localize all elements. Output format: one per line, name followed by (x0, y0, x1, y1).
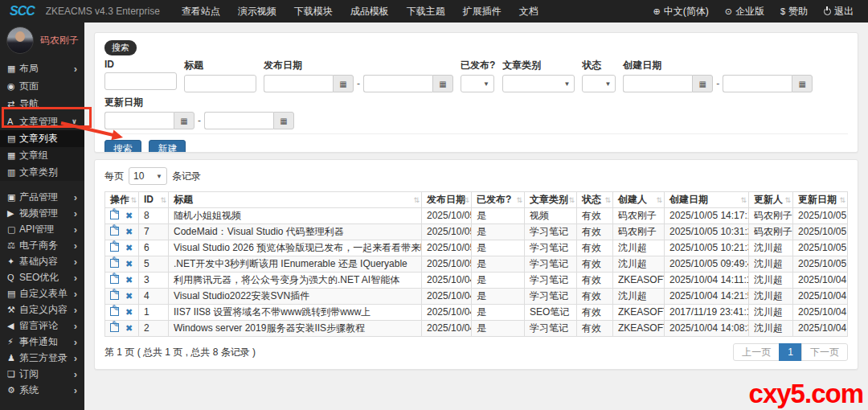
sidebar-item-video-management[interactable]: ▶视频管理› (0, 205, 84, 221)
edit-button[interactable] (110, 322, 119, 334)
id-input[interactable] (104, 72, 177, 90)
published-select[interactable]: ▼ (461, 75, 494, 92)
edit-button[interactable] (110, 242, 119, 253)
sidebar-item-article-category[interactable]: ▥文章类别 (0, 164, 84, 181)
search-button[interactable]: 搜索 (104, 140, 141, 153)
sidebar-item-navigation[interactable]: ⇄导航 (0, 95, 84, 113)
calendar-button[interactable]: ▦ (432, 75, 453, 92)
calendar-button[interactable]: ▦ (692, 75, 713, 92)
calendar-button[interactable]: ▦ (792, 75, 813, 92)
create-date-from-input[interactable] (623, 75, 692, 92)
title-input[interactable] (184, 75, 256, 92)
top-menu-item-5[interactable]: 下载主题 (398, 0, 454, 23)
cell-publish-date: 2025/10/05 (422, 224, 472, 240)
sidebar-item-system[interactable]: ⚙系统› (0, 382, 84, 398)
column-header-3[interactable]: 标题⇅ (169, 192, 422, 208)
column-header-6[interactable]: 文章类别⇅ (525, 192, 577, 208)
cell-actions: ✖ (105, 321, 139, 337)
sort-icon: ⇅ (413, 194, 420, 206)
delete-button[interactable]: ✖ (125, 210, 133, 221)
column-header-4[interactable]: 发布日期⇅ (422, 192, 472, 208)
edit-button[interactable] (110, 306, 119, 318)
sidebar-item-seo[interactable]: QSEO优化› (0, 269, 84, 285)
sidebar-item-article-group[interactable]: ▦文章组 (0, 147, 84, 164)
sidebar-item-custom-form[interactable]: ▤自定义表单› (0, 285, 84, 301)
sort-icon: ⇅ (784, 194, 791, 206)
top-menu-item-3[interactable]: 下载模块 (285, 0, 342, 23)
sidebar-item-api-management[interactable]: ▢API管理› (0, 221, 84, 237)
delete-button[interactable]: ✖ (125, 274, 133, 285)
cell-publish-date: 2025/10/05 (422, 208, 472, 224)
calendar-button[interactable]: ▦ (174, 112, 194, 129)
sidebar-item-custom-content[interactable]: ⚒自定义内容› (0, 301, 84, 318)
sidebar-item-page[interactable]: ◉页面 (0, 77, 84, 95)
update-date-to-input[interactable] (204, 112, 273, 129)
create-date-label: 创建日期 (623, 59, 813, 72)
prev-page-button[interactable]: 上一页 (733, 343, 780, 361)
sidebar-item-ecommerce[interactable]: ⚖电子商务› (0, 237, 84, 253)
sidebar-item-subscription[interactable]: ❏订阅› (0, 366, 84, 382)
date-range-separator: - (357, 78, 360, 89)
logout-link[interactable]: 退出 (816, 5, 862, 18)
status-select[interactable]: ▼ (582, 75, 616, 92)
cell-category: 视频 (525, 208, 577, 224)
cell-updater: 沈川超 (749, 273, 793, 289)
update-date-from-input[interactable] (104, 112, 174, 129)
sidebar-item-layout[interactable]: ▦布局› (0, 59, 84, 77)
category-select[interactable]: ▼ (502, 75, 575, 92)
sidebar-item-product-management[interactable]: ▣产品管理› (0, 189, 84, 205)
delete-button[interactable]: ✖ (125, 306, 133, 318)
per-page-select[interactable]: 10 ▼ (129, 167, 167, 185)
calendar-button[interactable]: ▦ (333, 75, 354, 92)
column-header-8[interactable]: 创建人⇅ (613, 192, 665, 208)
edit-button[interactable] (110, 290, 119, 301)
next-page-button[interactable]: 下一页 (801, 343, 848, 361)
field-status: 状态 ▼ (582, 55, 616, 92)
calendar-button[interactable]: ▦ (273, 112, 294, 129)
create-date-to-input[interactable] (723, 75, 792, 92)
delete-button[interactable]: ✖ (125, 290, 133, 301)
delete-button[interactable]: ✖ (125, 322, 133, 334)
edit-button[interactable] (110, 226, 119, 237)
edit-button[interactable] (110, 274, 119, 285)
language-link[interactable]: ⊕中文(简体) (645, 5, 716, 18)
edit-button[interactable] (110, 210, 119, 221)
user-panel[interactable]: 码农刚子 (0, 23, 84, 58)
delete-button[interactable]: ✖ (125, 226, 133, 237)
enterprise-edition-link[interactable]: ⊙企业版 (717, 5, 772, 18)
sidebar-item-comments[interactable]: ◀留言评论› (0, 318, 84, 334)
column-header-7[interactable]: 状态⇅ (577, 192, 613, 208)
top-menu-item-6[interactable]: 扩展插件 (454, 0, 510, 23)
top-menu-item-4[interactable]: 成品模板 (342, 0, 398, 23)
page-1-button[interactable]: 1 (779, 343, 802, 361)
table-row: ✖2Windows server 2019服务器安装IIS步骤教程2025/10… (105, 321, 848, 337)
column-header-2[interactable]: ID⇅ (139, 192, 169, 208)
sidebar-item-event-notification[interactable]: ⚡事件通知› (0, 334, 84, 350)
avatar (6, 27, 34, 54)
publish-date-to-input[interactable] (363, 75, 432, 92)
delete-button[interactable]: ✖ (125, 242, 133, 253)
cell-update-date: 2025/10/04 14:21:59 (793, 289, 848, 305)
chevron-right-icon: › (74, 256, 77, 267)
chevron-right-icon: › (74, 224, 77, 235)
column-header-11[interactable]: 更新日期⇅ (793, 192, 848, 208)
language-label: 中文(简体) (664, 5, 709, 18)
top-menu-item-7[interactable]: 文档 (510, 0, 547, 23)
cell-update-date: 2025/10/05 10:35:05 (793, 224, 848, 240)
delete-button[interactable]: ✖ (125, 258, 133, 269)
column-header-5[interactable]: 已发布?⇅ (472, 192, 525, 208)
search-badge[interactable]: 搜索 (104, 40, 137, 55)
sidebar-item-article-management[interactable]: A文章管理∨ (0, 113, 84, 130)
sidebar-item-basic-content[interactable]: ✦基础内容› (0, 253, 84, 269)
publish-date-from-input[interactable] (264, 75, 333, 92)
sidebar-item-third-party-login[interactable]: ♟第三方登录› (0, 350, 84, 366)
column-header-1[interactable]: 操作⇅ (105, 192, 139, 208)
edit-button[interactable] (110, 258, 119, 269)
sponsor-link[interactable]: $赞助 (772, 5, 816, 18)
column-header-10[interactable]: 更新人⇅ (749, 192, 793, 208)
new-button[interactable]: 新建 (149, 140, 186, 153)
sidebar-item-article-list[interactable]: ▤文章列表 (0, 130, 84, 147)
column-header-9[interactable]: 创建日期⇅ (665, 192, 749, 208)
top-menu-item-2[interactable]: 演示视频 (229, 0, 285, 23)
top-menu-item-1[interactable]: 查看站点 (173, 0, 229, 23)
